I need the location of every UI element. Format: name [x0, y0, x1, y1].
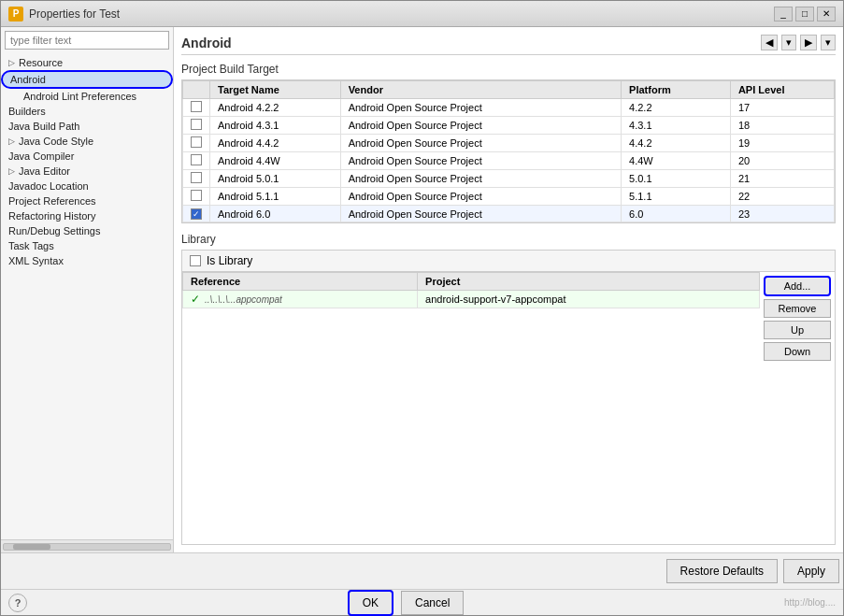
- sidebar-item-task-tags-label: Task Tags: [8, 240, 54, 251]
- vendor-6: Android Open Source Project: [340, 206, 621, 222]
- title-bar: P Properties for Test _ □ ✕: [1, 1, 843, 27]
- sidebar-item-run-debug-label: Run/Debug Settings: [8, 225, 100, 236]
- checkbox-cell-6[interactable]: ✓: [183, 206, 210, 222]
- build-target-section: Target Name Vendor Platform API Level An…: [181, 79, 836, 223]
- checkbox-cell-4[interactable]: [183, 170, 210, 188]
- table-row[interactable]: Android 5.0.1 Android Open Source Projec…: [183, 170, 835, 188]
- sidebar-item-builders[interactable]: Builders: [1, 104, 173, 119]
- target-name-6: Android 6.0: [210, 206, 341, 222]
- sidebar-item-android-lint[interactable]: Android Lint Preferences: [1, 89, 173, 104]
- down-button[interactable]: Down: [764, 342, 831, 361]
- checkbox-0[interactable]: [191, 101, 202, 112]
- sidebar-item-android-lint-label: Android Lint Preferences: [23, 91, 136, 102]
- api-1: 18: [730, 117, 834, 135]
- vendor-4: Android Open Source Project: [340, 170, 621, 188]
- is-library-label: Is Library: [207, 254, 252, 267]
- tree-area: ▷ Resource Android Android Lint Preferen…: [1, 53, 173, 539]
- sidebar-item-xml-syntax[interactable]: XML Syntax: [1, 253, 173, 268]
- api-5: 22: [730, 188, 834, 206]
- sidebar-item-javadoc[interactable]: Javadoc Location: [1, 179, 173, 193]
- panel-nav: ◀ ▾ ▶ ▾: [761, 35, 836, 50]
- table-row[interactable]: Android 4.4.2 Android Open Source Projec…: [183, 135, 835, 152]
- col-header-vendor: Vendor: [340, 81, 621, 99]
- sidebar-item-project-refs[interactable]: Project References: [1, 193, 173, 208]
- filter-input[interactable]: [5, 31, 169, 50]
- panel-title-row: Android ◀ ▾ ▶ ▾: [181, 35, 836, 55]
- sidebar-item-java-code-style[interactable]: ▷ Java Code Style: [1, 134, 173, 149]
- remove-button[interactable]: Remove: [764, 299, 831, 318]
- bottom-buttons: Restore Defaults Apply: [1, 552, 843, 589]
- sidebar-item-java-build-path-label: Java Build Path: [8, 121, 79, 132]
- table-row[interactable]: Android 4.3.1 Android Open Source Projec…: [183, 117, 835, 135]
- sidebar-item-java-editor[interactable]: ▷ Java Editor: [1, 164, 173, 179]
- nav-back-button[interactable]: ◀: [761, 35, 778, 50]
- cancel-button[interactable]: Cancel: [401, 591, 464, 615]
- sidebar-item-android[interactable]: Android: [1, 70, 173, 89]
- sidebar-item-project-refs-label: Project References: [8, 195, 96, 207]
- footer-url: http://blog....: [784, 597, 836, 608]
- title-bar-left: P Properties for Test: [8, 7, 120, 21]
- restore-defaults-button[interactable]: Restore Defaults: [666, 559, 778, 583]
- ref-check-icon: ✓: [191, 293, 200, 306]
- table-row[interactable]: ✓ ..\..\..\...appcompat android-support-…: [183, 291, 760, 308]
- vendor-3: Android Open Source Project: [340, 152, 621, 170]
- ref-text: ..\..\..\...appcompat: [205, 294, 282, 305]
- target-name-3: Android 4.4W: [210, 152, 341, 170]
- build-target-table: Target Name Vendor Platform API Level An…: [182, 80, 835, 222]
- vendor-5: Android Open Source Project: [340, 188, 621, 206]
- checkbox-cell-3[interactable]: [183, 152, 210, 170]
- sidebar-item-refactoring[interactable]: Refactoring History: [1, 208, 173, 223]
- sidebar-item-task-tags[interactable]: Task Tags: [1, 238, 173, 253]
- sidebar-item-java-build-path[interactable]: Java Build Path: [1, 119, 173, 134]
- platform-6: 6.0: [622, 206, 731, 222]
- target-name-5: Android 5.1.1: [210, 188, 341, 206]
- close-button[interactable]: ✕: [817, 7, 836, 21]
- ok-button[interactable]: OK: [348, 590, 393, 616]
- window-icon: P: [8, 7, 23, 21]
- nav-forward-dropdown-button[interactable]: ▾: [821, 35, 836, 50]
- col-header-api-level: API Level: [730, 81, 834, 99]
- up-button[interactable]: Up: [764, 321, 831, 339]
- target-name-2: Android 4.4.2: [210, 135, 341, 152]
- help-button[interactable]: ?: [8, 594, 27, 612]
- table-row[interactable]: Android 5.1.1 Android Open Source Projec…: [183, 188, 835, 206]
- sidebar-item-java-code-style-label: Java Code Style: [19, 136, 93, 147]
- minimize-button[interactable]: _: [774, 7, 793, 21]
- scrollbar-thumb[interactable]: [13, 544, 50, 550]
- checkbox-cell-2[interactable]: [183, 135, 210, 152]
- target-name-0: Android 4.2.2: [210, 99, 341, 117]
- table-row[interactable]: Android 4.2.2 Android Open Source Projec…: [183, 99, 835, 117]
- sidebar-item-run-debug[interactable]: Run/Debug Settings: [1, 223, 173, 238]
- nav-dropdown-button[interactable]: ▾: [781, 35, 796, 50]
- sidebar-scrollbar[interactable]: [1, 539, 173, 552]
- scrollbar-track[interactable]: [3, 543, 171, 551]
- library-buttons: Add... Remove Up Down: [760, 272, 835, 544]
- checkbox-1[interactable]: [191, 119, 202, 130]
- checkbox-cell-1[interactable]: [183, 117, 210, 135]
- add-button[interactable]: Add...: [764, 276, 831, 296]
- library-section: Is Library Reference Project: [181, 250, 836, 545]
- sidebar: ▷ Resource Android Android Lint Preferen…: [1, 27, 174, 552]
- project-cell: android-support-v7-appcompat: [418, 291, 760, 308]
- checkbox-2[interactable]: [191, 136, 202, 148]
- apply-button[interactable]: Apply: [783, 559, 839, 583]
- table-row[interactable]: Android 4.4W Android Open Source Project…: [183, 152, 835, 170]
- checkbox-5[interactable]: [191, 190, 202, 201]
- checkbox-cell-0[interactable]: [183, 99, 210, 117]
- sidebar-item-resource[interactable]: ▷ Resource: [1, 55, 173, 70]
- checkbox-6[interactable]: ✓: [191, 208, 202, 220]
- sidebar-item-java-compiler[interactable]: Java Compiler: [1, 149, 173, 164]
- sidebar-item-java-editor-label: Java Editor: [19, 165, 70, 177]
- checkbox-3[interactable]: [191, 154, 202, 165]
- api-2: 19: [730, 135, 834, 152]
- sidebar-item-javadoc-label: Javadoc Location: [8, 180, 89, 192]
- target-name-1: Android 4.3.1: [210, 117, 341, 135]
- footer: ? OK Cancel http://blog....: [1, 589, 843, 615]
- is-library-checkbox[interactable]: [190, 255, 201, 266]
- checkbox-4[interactable]: [191, 172, 202, 183]
- checkbox-cell-5[interactable]: [183, 188, 210, 206]
- table-row[interactable]: ✓ Android 6.0 Android Open Source Projec…: [183, 206, 835, 222]
- library-table: Reference Project ✓ ..\..\..\...appcompa…: [182, 272, 760, 308]
- nav-forward-button[interactable]: ▶: [800, 35, 817, 50]
- maximize-button[interactable]: □: [795, 7, 814, 21]
